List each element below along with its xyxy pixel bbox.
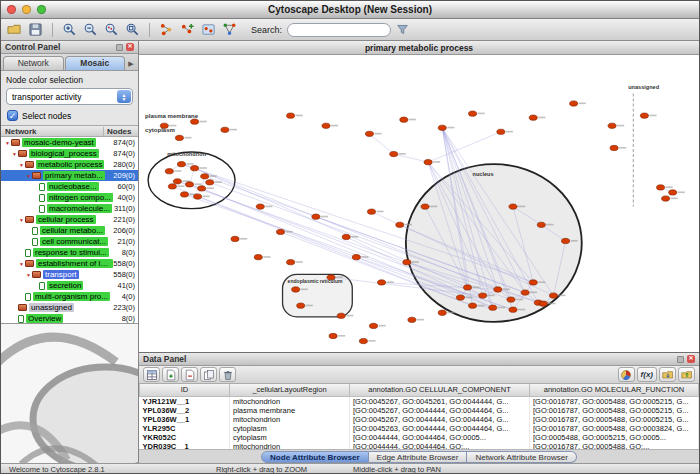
tab-scroll-right-button[interactable]: ▶ — [126, 57, 136, 70]
network-edge[interactable] — [369, 134, 393, 154]
save-session-button[interactable] — [26, 20, 45, 39]
network-node[interactable] — [337, 313, 345, 318]
network-node[interactable] — [177, 162, 185, 167]
tree-row[interactable]: ▼primary metab...209(0) — [1, 170, 138, 181]
tree-expander-icon[interactable]: ▼ — [18, 217, 25, 223]
zoom-selected-button[interactable] — [102, 20, 121, 39]
network-node[interactable] — [206, 180, 214, 185]
tree-row[interactable]: nucleobase...60(0) — [1, 181, 138, 192]
trash-button[interactable] — [219, 367, 236, 382]
tree-row[interactable]: cell communicat...21(0) — [1, 236, 138, 247]
network-node[interactable] — [175, 135, 183, 140]
tree-expander-icon[interactable]: ▼ — [11, 151, 18, 157]
close-panel-icon[interactable]: ✕ — [687, 355, 695, 363]
column-header-id[interactable]: ID — [140, 384, 230, 396]
network-node[interactable] — [359, 338, 367, 343]
network-node[interactable] — [424, 160, 432, 165]
network-node[interactable] — [276, 229, 284, 234]
network-node[interactable] — [469, 111, 477, 116]
network-node[interactable] — [489, 305, 497, 310]
tree-row[interactable]: ▼mosaic-demo-yeast874(0) — [1, 137, 138, 148]
network-node[interactable] — [322, 123, 330, 128]
network-node[interactable] — [669, 190, 677, 195]
import-attributes-button[interactable] — [659, 367, 676, 382]
network-node[interactable] — [168, 184, 176, 189]
tree-expander-icon[interactable]: ▼ — [18, 261, 25, 267]
node-color-dropdown[interactable]: transporter activity ▲▼ — [6, 88, 133, 105]
network-node[interactable] — [342, 234, 350, 239]
network-node[interactable] — [396, 222, 404, 227]
network-node[interactable] — [369, 323, 377, 328]
network-node[interactable] — [549, 293, 557, 298]
network-node[interactable] — [194, 194, 202, 199]
tree-row[interactable]: secretion41(0) — [1, 280, 138, 291]
network-node[interactable] — [421, 204, 429, 209]
tab-node-attribute-browser[interactable]: Node Attribute Browser — [261, 451, 369, 463]
first-neighbors-button[interactable] — [157, 20, 176, 39]
table-row[interactable]: YPL036W__1mitochondrion[GO:0045267, GO:0… — [140, 415, 699, 424]
network-node[interactable] — [662, 196, 670, 201]
network-node[interactable] — [378, 280, 386, 285]
tree-row[interactable]: response to stimul...8(0) — [1, 247, 138, 258]
network-node[interactable] — [165, 169, 173, 174]
window-titlebar[interactable]: Cytoscape Desktop (New Session) — [1, 1, 699, 19]
network-node[interactable] — [509, 307, 517, 312]
pie-chart-button[interactable] — [618, 367, 635, 382]
tab-mosaic[interactable]: Mosaic — [65, 56, 126, 70]
column-header-cellular-component[interactable]: annotation.GO CELLULAR_COMPONENT — [350, 384, 530, 396]
network-node[interactable] — [287, 260, 295, 265]
tree-expander-icon[interactable]: ▼ — [4, 140, 11, 146]
network-node[interactable] — [438, 310, 446, 315]
network-node[interactable] — [191, 166, 199, 171]
network-node[interactable] — [173, 179, 181, 184]
tab-network-attribute-browser[interactable]: Network Attribute Browser — [467, 451, 576, 463]
search-options-button[interactable] — [393, 20, 412, 39]
table-row[interactable]: YPL036W__2plasma membrane[GO:0045267, GO… — [140, 406, 699, 415]
network-edge[interactable] — [394, 154, 428, 162]
tree-row[interactable]: ▼transport558(0) — [1, 269, 138, 280]
tree-expander-icon[interactable]: ▼ — [25, 173, 32, 179]
export-attributes-button[interactable] — [678, 367, 695, 382]
network-node[interactable] — [507, 297, 515, 302]
network-node[interactable] — [537, 222, 545, 227]
select-nodes-checkbox[interactable]: ✓ — [7, 110, 18, 121]
network-node[interactable] — [509, 204, 517, 209]
network-node[interactable] — [479, 293, 487, 298]
hide-selected-button[interactable] — [199, 20, 218, 39]
overview-thumbnail[interactable] — [1, 323, 138, 463]
tree-header-network[interactable]: Network — [1, 127, 104, 136]
tree-row[interactable]: ▼biological_process874(0) — [1, 148, 138, 159]
tree-row[interactable]: unassigned223(0) — [1, 302, 138, 313]
network-node[interactable] — [529, 115, 537, 120]
duplicate-attribute-button[interactable] — [200, 367, 217, 382]
tree-row[interactable]: macromolecule...311(0) — [1, 203, 138, 214]
tree-row[interactable]: nitrogen compo...40(0) — [1, 192, 138, 203]
zoom-window-button[interactable] — [37, 5, 46, 14]
network-node[interactable] — [408, 317, 416, 322]
new-network-from-selection-button[interactable] — [178, 20, 197, 39]
float-panel-icon[interactable] — [677, 356, 684, 363]
network-node[interactable] — [610, 145, 618, 150]
network-node[interactable] — [562, 238, 570, 243]
tab-network[interactable]: Network — [3, 56, 64, 70]
table-row[interactable]: YLR295Ccytoplasm[GO:0045263, GO:0044444,… — [140, 424, 699, 433]
close-panel-icon[interactable]: ✕ — [126, 43, 134, 51]
network-canvas[interactable]: plasma membranecytoplasmmitochondrionnuc… — [139, 55, 699, 352]
network-node[interactable] — [292, 287, 300, 292]
tab-edge-attribute-browser[interactable]: Edge Attribute Browser — [369, 451, 468, 463]
network-node[interactable] — [640, 113, 648, 118]
table-row[interactable]: YJR121W__1mitochondrion[GO:0045267, GO:0… — [140, 396, 699, 406]
network-node[interactable] — [570, 101, 578, 106]
network-node[interactable] — [198, 186, 206, 191]
tree-row[interactable]: ▼establishment of lo...558(0) — [1, 258, 138, 269]
network-node[interactable] — [185, 182, 193, 187]
open-session-button[interactable] — [5, 20, 24, 39]
close-window-button[interactable] — [7, 5, 16, 14]
network-node[interactable] — [256, 204, 264, 209]
network-node[interactable] — [191, 119, 199, 124]
network-node[interactable] — [201, 174, 209, 179]
tree-expander-icon[interactable]: ▼ — [18, 162, 25, 168]
column-header-molecular-function[interactable]: annotation.GO MOLECULAR_FUNCTION — [530, 384, 699, 396]
float-panel-icon[interactable] — [116, 44, 123, 51]
network-node[interactable] — [231, 236, 239, 241]
